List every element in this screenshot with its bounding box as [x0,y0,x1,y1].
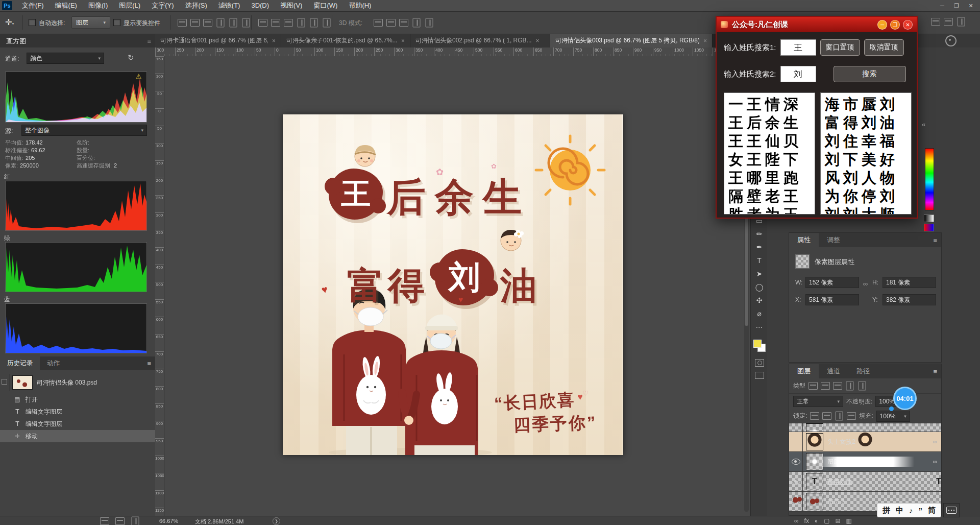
lock-position-icon[interactable] [836,412,843,421]
new-snapshot-icon[interactable] [115,517,125,525]
close-icon[interactable]: ✕ [903,20,913,30]
3d-roll-icon[interactable] [386,19,396,27]
filter-shape-icon[interactable] [846,381,854,391]
pen-tool-icon[interactable]: ✒ [751,241,768,254]
channel-select[interactable]: 颜色 [27,53,104,64]
distribute-right-icon[interactable] [323,18,331,28]
name-result-item[interactable]: 风刘人物 [825,169,907,187]
close-tab-icon[interactable]: × [536,37,540,44]
layers-panel-tab[interactable]: 图层 [789,364,819,378]
filter-type-icon[interactable] [833,382,842,390]
auto-select-checkbox[interactable] [29,19,36,26]
capture-icon[interactable] [945,35,957,46]
show-transform-checkbox[interactable] [113,19,120,26]
distribute-bottom-icon[interactable] [284,19,293,27]
panel-menu-icon[interactable] [933,368,937,375]
tool-window-titlebar[interactable]: 公众号:凡仁创课 ─ ❐ ✕ [717,17,917,32]
new-document-from-state-icon[interactable] [100,517,109,525]
document-canvas[interactable]: 王 后余生 ✿ ✿ 富得 刘 油 ♥ ♥ “长日欣喜♥♡ 四季予你” [283,114,623,455]
ime-keyboard-button[interactable] [943,503,960,517]
layer-visibility-toggle[interactable] [789,472,803,491]
menu-item[interactable]: 帮助(H) [343,0,377,11]
layer-name[interactable]: 图层 5拷贝 [827,458,933,466]
maximize-icon[interactable]: ❐ [890,20,900,30]
ime-mode-item[interactable]: 拼 [883,506,890,515]
history-state-row[interactable]: 打开 [0,393,155,405]
path-select-tool-icon[interactable]: ➤ [751,267,768,280]
layer-name[interactable]: 头上女孩2 [827,438,933,446]
menu-item[interactable]: 编辑(E) [50,0,83,11]
lock-pixels-icon[interactable] [822,412,831,420]
history-snapshot-row[interactable]: 司浔情侣头像 003.psd [0,374,155,391]
refresh-histogram-icon[interactable]: ↻ [128,53,134,62]
screen-time-bubble[interactable]: 04:01 [893,387,917,410]
menu-item[interactable]: 图层(L) [113,0,146,11]
align-middle-icon[interactable] [230,18,237,28]
layer-thumbnail[interactable] [806,423,823,432]
layer-thumbnail[interactable] [806,473,823,490]
3d-rotate-icon[interactable] [374,19,383,27]
name-result-item[interactable]: 刘刘大顺 [825,205,907,214]
panel-menu-icon[interactable] [933,236,937,244]
history-brush-source-icon[interactable] [0,374,10,391]
distribute-center-icon[interactable] [310,18,318,28]
layer-thumbnail[interactable] [806,433,823,450]
lock-transparency-icon[interactable] [810,412,819,420]
history-panel-tab[interactable]: 动作 [40,356,67,370]
color-spectrum-ramp[interactable] [925,148,934,210]
lock-all-icon[interactable] [847,412,856,420]
menu-item[interactable]: 滤镜(T) [213,0,246,11]
menu-item[interactable]: 图像(I) [83,0,113,11]
align-left-icon[interactable] [178,19,187,27]
layer-thumbnail[interactable] [806,453,823,470]
fill-input[interactable]: 100% [876,411,910,422]
name-result-item[interactable]: 为你停刘 [825,187,907,205]
search-icon[interactable] [931,18,940,26]
color-ramp-icon[interactable] [924,224,934,231]
layer-row[interactable]: 富得刘油 [789,472,941,492]
name-result-item[interactable]: 富得刘油 [825,113,907,132]
type-tool-icon[interactable]: T [751,254,768,267]
layer-row[interactable]: 头上女孩2 [789,432,941,452]
blend-mode-select[interactable]: 正常 [793,396,843,407]
name-result-item[interactable]: 胜者为王 [728,205,811,214]
name-result-item[interactable]: 王王仙贝 [728,132,811,150]
filter-type-dropdown[interactable]: 类型 [793,381,805,390]
properties-panel-tab[interactable]: 属性 [789,233,819,247]
layers-panel-tab[interactable]: 路径 [848,364,878,378]
transform-value-input[interactable]: 181 像素 [883,277,936,288]
filter-smart-object-icon[interactable] [859,381,866,391]
workspace-switcher-icon[interactable] [944,18,953,26]
document-tab[interactable]: 司浔情侣头像003.psd @ 66.7% (图层 5 拷贝, RGB/8) × [550,34,713,47]
layer-row[interactable]: 图层 5拷贝 [789,452,941,472]
name-result-item[interactable]: 海市蜃刘 [825,95,907,113]
layer-visibility-toggle[interactable] [789,432,803,451]
properties-panel-tab[interactable]: 调整 [819,233,848,247]
layer-visibility-toggle[interactable] [789,492,803,511]
zoom-tool-icon[interactable]: ⌀ [751,307,768,320]
pin-window-button[interactable]: 窗口置顶 [820,39,860,56]
delete-layer-icon[interactable]: ▥ [846,517,852,524]
name-results-list-1[interactable]: 一王情深王后余生王王仙贝女王陛下王哪里跑隔壁老王胜者为王 [724,92,815,214]
3d-drag-icon[interactable] [399,19,408,27]
name-result-item[interactable]: 一王情深 [728,95,811,113]
status-options-icon[interactable] [273,517,280,525]
foreground-color-swatch[interactable] [753,340,762,348]
delete-state-icon[interactable] [132,517,139,525]
align-bottom-icon[interactable] [242,18,250,28]
layers-panel-tab[interactable]: 通道 [819,364,848,378]
surname-search-2-input[interactable] [780,66,816,82]
screen-mode-icon[interactable] [755,372,764,379]
transform-value-input[interactable]: 152 像素 [805,277,859,288]
link-dimensions-icon[interactable] [863,280,868,288]
move-tool-icon[interactable]: ✛▾ [5,17,14,27]
menu-item[interactable]: 3D(D) [246,0,275,11]
distribute-top-icon[interactable] [258,19,267,27]
name-results-list-2[interactable]: 海市蜃刘富得刘油刘住幸福刘下美好风刘人物为你停刘刘刘大顺 [820,92,912,214]
name-result-item[interactable]: 女王陛下 [728,150,811,169]
layer-name[interactable]: 富得刘油 [827,478,932,486]
new-group-icon[interactable]: ▢ [824,517,829,524]
link-layers-icon[interactable]: ∞ [794,517,799,524]
history-panel-tab[interactable]: 历史记录 [0,356,40,370]
transform-value-input[interactable]: 581 像素 [805,294,859,305]
